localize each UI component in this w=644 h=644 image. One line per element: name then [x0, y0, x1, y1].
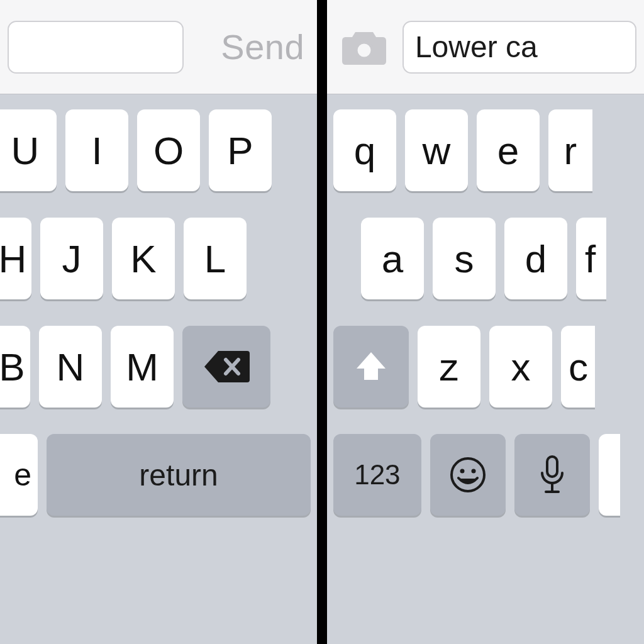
emoji-key[interactable] [430, 434, 506, 516]
shift-key[interactable] [333, 326, 409, 408]
key-o[interactable]: O [137, 109, 200, 191]
key-k[interactable]: K [112, 218, 175, 299]
key-q[interactable]: q [333, 109, 396, 191]
message-input[interactable]: Lower ca [402, 21, 636, 74]
key-row-2: a s d f [327, 218, 644, 299]
key-row-3: B N M [0, 326, 317, 408]
key-r[interactable]: r [548, 109, 592, 191]
key-e[interactable]: e [477, 109, 540, 191]
right-keyboard: q w e r a s d f z x c 123 [327, 94, 644, 644]
left-keyboard: U I O P H J K L B N M e return [0, 94, 317, 644]
right-keyboard-panel: Lower ca q w e r a s d f z x c 123 [327, 0, 644, 644]
dictation-key[interactable] [514, 434, 590, 516]
key-row-1: U I O P [0, 109, 317, 191]
camera-button[interactable] [335, 21, 394, 74]
key-p[interactable]: P [209, 109, 272, 191]
backspace-key[interactable] [182, 326, 270, 408]
key-row-3: z x c [327, 326, 644, 408]
mic-icon [538, 454, 567, 496]
message-input-value: Lower ca [415, 30, 538, 64]
key-s[interactable]: s [433, 218, 496, 299]
key-n[interactable]: N [39, 326, 102, 408]
key-b[interactable]: B [0, 326, 30, 408]
key-x[interactable]: x [489, 326, 552, 408]
numbers-key[interactable]: 123 [333, 434, 421, 516]
key-d[interactable]: d [504, 218, 567, 299]
backspace-icon [202, 350, 251, 384]
key-i[interactable]: I [65, 109, 128, 191]
key-m[interactable]: M [111, 326, 174, 408]
shift-icon [353, 348, 389, 385]
return-key[interactable]: return [47, 434, 311, 516]
message-input[interactable] [8, 21, 184, 74]
svg-point-2 [452, 458, 484, 491]
key-h[interactable]: H [0, 218, 31, 299]
key-c[interactable]: c [561, 326, 595, 408]
key-a[interactable]: a [361, 218, 424, 299]
left-keyboard-panel: Send U I O P H J K L B N M e [0, 0, 317, 644]
key-u[interactable]: U [0, 109, 57, 191]
key-row-1: q w e r [327, 109, 644, 191]
space-key[interactable] [599, 434, 620, 516]
key-row-4: e return [0, 434, 317, 516]
key-row-2: H J K L [0, 218, 317, 299]
emoji-icon [448, 455, 487, 494]
key-j[interactable]: J [40, 218, 103, 299]
camera-icon [340, 28, 389, 66]
svg-point-3 [460, 469, 464, 474]
key-w[interactable]: w [405, 109, 468, 191]
svg-rect-5 [547, 457, 557, 477]
key-z[interactable]: z [418, 326, 480, 408]
key-row-4: 123 [327, 434, 644, 516]
space-key[interactable]: e [0, 434, 38, 516]
key-f[interactable]: f [576, 218, 606, 299]
send-button[interactable]: Send [221, 26, 304, 67]
svg-point-4 [471, 469, 475, 474]
left-topbar: Send [0, 0, 317, 94]
key-l[interactable]: L [184, 218, 247, 299]
panel-divider [317, 0, 327, 644]
right-topbar: Lower ca [327, 0, 644, 94]
